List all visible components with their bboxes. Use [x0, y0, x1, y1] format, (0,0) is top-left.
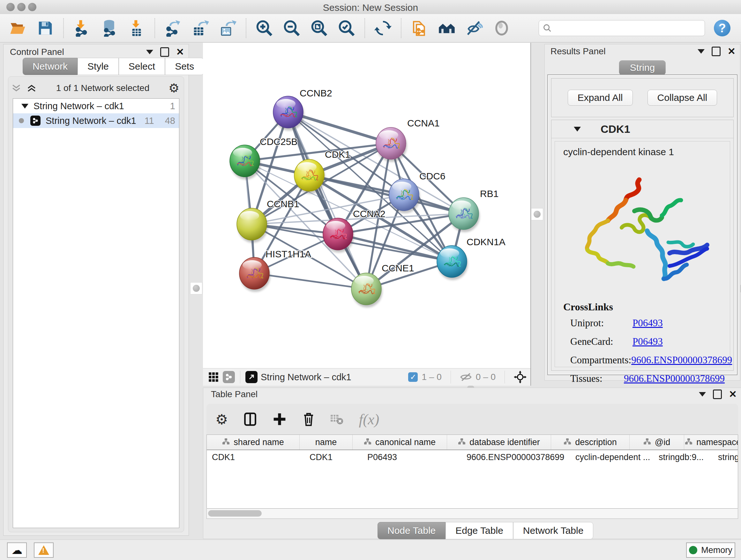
network-collection-row[interactable]: String Network – cdk1 1 [13, 99, 179, 113]
column-header-canonical-name[interactable]: canonical name [353, 435, 447, 449]
zoom-out-icon[interactable] [282, 18, 301, 38]
table-horizontal-scrollbar[interactable] [206, 509, 738, 519]
grid-view-icon[interactable] [207, 371, 219, 383]
edge-HIST1H1A-CCNE1[interactable] [254, 273, 366, 289]
copy-network-icon[interactable] [410, 18, 429, 38]
search-icon [543, 23, 552, 33]
save-session-icon[interactable] [36, 18, 55, 38]
warnings-button[interactable] [34, 543, 54, 558]
panel-menu-icon[interactable] [699, 392, 706, 396]
column-header-database-identifier[interactable]: database identifier [447, 435, 551, 449]
zoom-in-icon[interactable] [255, 18, 274, 38]
right-splitter-handle[interactable] [531, 208, 543, 220]
node-table[interactable]: shared namenamecanonical namedatabase id… [206, 435, 738, 509]
left-splitter-handle[interactable] [190, 282, 202, 294]
tab-network-table[interactable]: Network Table [513, 522, 594, 539]
selected-checkbox-icon[interactable]: ✓ [408, 372, 418, 382]
gene-collapse-icon[interactable] [574, 127, 581, 132]
search-field[interactable] [552, 23, 701, 34]
tab-edge-table[interactable]: Edge Table [446, 522, 513, 539]
hidden-count: 0 – 0 [476, 372, 495, 382]
column-header-namespace[interactable]: namespace [684, 435, 738, 449]
tab-sets[interactable]: Sets [165, 58, 204, 75]
zoom-fit-content-icon[interactable] [310, 18, 329, 38]
collection-label: String Network – cdk1 [33, 101, 124, 111]
expand-all-button[interactable]: Expand All [568, 90, 633, 106]
delete-column-icon[interactable] [302, 412, 315, 427]
crosslink-link[interactable]: P06493 [632, 317, 663, 329]
collapse-all-button[interactable]: Collapse All [648, 90, 718, 106]
collapse-all-icon[interactable] [11, 83, 22, 93]
network-row[interactable]: String Network – cdk1 11 48 [13, 113, 179, 128]
add-column-icon[interactable] [273, 412, 286, 426]
crosslink-link[interactable]: P06493 [632, 336, 663, 348]
delete-table-icon[interactable] [331, 414, 343, 425]
panel-close-icon[interactable]: ✕ [729, 389, 737, 399]
export-network-icon[interactable] [163, 18, 183, 38]
network-canvas[interactable]: CCNB2CCNA1CDC25BCDK1CDC6RB1CCNB1CCNA2CDK… [203, 43, 530, 368]
export-table-icon[interactable] [191, 18, 210, 38]
table-row[interactable]: CDK1CDK1P064939606.ENSP00000378699cyclin… [207, 450, 738, 464]
panel-float-icon[interactable] [713, 389, 722, 399]
import-table-file-icon[interactable] [127, 18, 146, 38]
node-RB1[interactable]: RB1 [449, 188, 498, 232]
node-CCNE1[interactable]: CCNE1 [351, 263, 414, 307]
node-HIST1H1A[interactable]: HIST1H1A [239, 249, 311, 292]
node-label-CCNB2: CCNB2 [300, 88, 332, 98]
panel-menu-icon[interactable] [146, 50, 153, 54]
table-gear-icon[interactable]: ⚙ [215, 411, 228, 428]
panel-close-icon[interactable]: ✕ [176, 47, 184, 57]
node-label-HIST1H1A: HIST1H1A [266, 249, 311, 259]
tab-string[interactable]: String [619, 60, 666, 75]
node-CDKN1A[interactable]: CDKN1A [437, 237, 506, 280]
show-all-views-icon[interactable] [437, 18, 456, 38]
help-icon[interactable]: ? [714, 20, 731, 37]
node-CCNA1[interactable]: CCNA1 [376, 118, 440, 162]
panel-menu-icon[interactable] [697, 49, 704, 54]
cloud-button[interactable]: ☁ [7, 543, 27, 558]
birds-eye-toggle-icon[interactable] [514, 371, 527, 383]
node-label-CCNE1: CCNE1 [382, 263, 414, 273]
crosslink-row: Tissues:9606.ENSP00000378699 [570, 373, 725, 384]
gene-name: CDK1 [601, 123, 630, 135]
import-network-database-icon[interactable] [99, 18, 119, 38]
node-label-CDC6: CDC6 [419, 171, 446, 181]
network-view-icon[interactable] [223, 371, 235, 383]
panel-close-icon[interactable]: ✕ [728, 47, 736, 56]
scrollbar-thumb[interactable] [208, 510, 262, 516]
function-builder-icon[interactable]: f(x) [359, 411, 379, 428]
collection-expand-icon[interactable] [21, 104, 28, 109]
hide-network-icon[interactable] [465, 18, 484, 38]
tab-node-table[interactable]: Node Table [378, 522, 446, 539]
table-panel: Table Panel ✕ ⚙ f(x) shared namenamecano… [203, 388, 741, 539]
open-session-icon[interactable] [8, 18, 27, 38]
birds-eye-view-icon[interactable] [492, 18, 511, 38]
expand-all-icon[interactable] [26, 83, 37, 93]
edge-count: 48 [165, 116, 175, 126]
column-header--id[interactable]: @id [630, 435, 684, 449]
tab-select[interactable]: Select [119, 58, 165, 75]
crosslink-link[interactable]: 9606.ENSP00000378699 [624, 373, 725, 384]
show-columns-icon[interactable] [243, 412, 257, 427]
tab-style[interactable]: Style [77, 58, 119, 75]
table-cell: cyclin-dependent ... [570, 450, 654, 464]
panel-float-icon[interactable] [712, 47, 721, 56]
cloud-icon: ☁ [11, 545, 22, 556]
column-header-description[interactable]: description [551, 435, 630, 449]
export-image-icon[interactable] [218, 18, 238, 38]
tab-network[interactable]: Network [23, 58, 77, 75]
toolbar-separator [240, 371, 240, 383]
memory-button[interactable]: Memory [686, 543, 735, 558]
zoom-selected-icon[interactable] [337, 18, 356, 38]
gear-icon[interactable]: ⚙ [169, 81, 179, 95]
refresh-layout-icon[interactable] [374, 18, 393, 38]
table-cell: stringdb:9... [654, 450, 713, 464]
column-header-shared-name[interactable]: shared name [207, 435, 300, 449]
import-network-file-icon[interactable] [72, 18, 91, 38]
crosslink-link[interactable]: 9606.ENSP00000378699 [631, 354, 732, 366]
table-cell: CDK1 [305, 450, 362, 464]
detach-view-icon[interactable] [246, 371, 258, 383]
panel-float-icon[interactable] [160, 47, 169, 57]
search-input[interactable] [539, 20, 705, 36]
column-header-name[interactable]: name [300, 435, 353, 449]
